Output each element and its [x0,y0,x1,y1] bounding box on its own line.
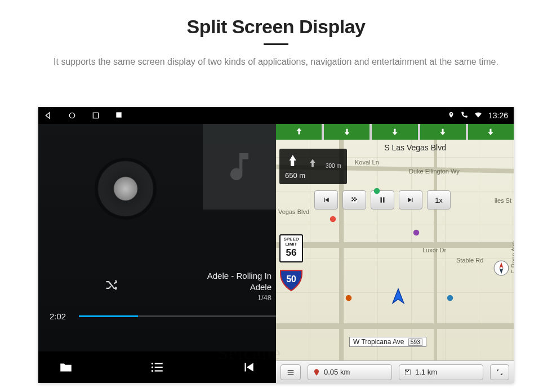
street-stable: Stable Rd [456,257,483,264]
sim-prev-button[interactable] [314,190,338,210]
progress-row: 2:02 [50,311,276,321]
playlist-icon[interactable] [149,360,166,375]
device-frame: 13:26 Adele - Rolling In Adele 1/48 2 [38,107,514,383]
folder-icon[interactable] [57,360,74,375]
address-number: 593 [408,338,422,346]
lane-2 [324,124,372,140]
svg-rect-27 [288,373,294,374]
expand-button[interactable] [490,364,509,380]
svg-rect-26 [288,372,294,372]
poi-icon[interactable] [328,214,338,224]
nav-bottom-bar: 0.05 km 1.1 km [276,360,514,383]
svg-rect-12 [353,199,354,200]
music-bottom-bar [38,351,276,383]
sim-speed-button[interactable]: 1x [427,190,451,210]
seek-bar[interactable] [79,315,276,317]
trip-dist-2[interactable]: 1.1 km [399,364,483,380]
street-giles: iles St [495,197,511,204]
svg-rect-31 [407,371,408,372]
tropicana-label: W Tropicana Ave 593 [349,337,426,347]
svg-rect-4 [155,363,163,364]
heading-rule [264,43,288,45]
svg-rect-15 [354,200,355,201]
maneuver-distance: 650 m [285,171,341,180]
svg-point-20 [330,216,336,222]
lane-3 [372,124,420,140]
small-distance: 300 m [326,163,341,169]
lane-guidance-bar [276,124,514,140]
speed-limit-sign: SPEED LIMIT 56 [279,234,303,262]
shuffle-icon[interactable] [103,277,122,293]
sim-controls: 1x [314,190,451,210]
svg-rect-11 [354,197,355,198]
street-luxor: Luxor Dr [422,247,446,253]
wifi-icon [474,111,483,121]
svg-rect-14 [351,200,353,201]
page-title: Split Screen Display [0,16,552,38]
svg-point-21 [374,188,380,194]
recents-icon[interactable] [91,111,100,120]
svg-rect-29 [405,369,406,371]
trip-dist-1[interactable]: 0.05 km [308,364,392,380]
page-subtitle: It supports the same screen display of t… [34,55,518,69]
track-title: Adele - Rolling In [207,270,271,282]
poi-icon[interactable] [411,228,421,238]
svg-rect-2 [116,112,121,117]
track-meta: Adele - Rolling In Adele 1/48 [207,270,271,303]
back-icon[interactable] [44,111,53,120]
svg-point-5 [152,366,153,368]
top-street-label: S Las Vegas Blvd [384,143,446,152]
split-container: Adele - Rolling In Adele 1/48 2:02 [38,124,514,383]
svg-point-3 [152,363,153,364]
svg-rect-16 [381,197,382,202]
home-icon[interactable] [68,111,77,120]
music-note-icon [221,149,257,185]
turn-right-small-icon [306,157,319,169]
phone-icon [460,111,468,121]
svg-point-22 [413,230,420,236]
svg-rect-13 [355,199,357,200]
svg-rect-1 [93,113,98,118]
street-koval: Koval Ln [355,159,379,166]
street-vegas: Vegas Blvd [278,208,309,215]
nav-keys [44,111,124,120]
svg-rect-30 [408,369,409,371]
sim-flag-button[interactable] [342,190,366,210]
svg-rect-8 [155,370,163,371]
poi-icon[interactable] [372,186,382,196]
status-tray: 13:26 [448,111,508,121]
poi-icon[interactable] [445,293,455,303]
maneuver-panel: 300 m 650 m [279,149,347,184]
route-shield: 50 [279,268,303,291]
svg-rect-25 [288,369,294,370]
navigation-pane: S Las Vegas Blvd Koval Ln Duke Ellington… [276,124,514,383]
turn-left-icon [285,152,302,169]
svg-rect-6 [155,367,163,368]
clock-label: 13:26 [488,111,508,120]
image-icon[interactable] [115,111,124,120]
status-bar: 13:26 [38,107,514,124]
music-placeholder [203,124,276,210]
svg-point-23 [346,295,352,301]
previous-icon[interactable] [240,360,257,375]
track-index: 1/48 [207,293,271,303]
location-icon [448,111,455,121]
album-disc [95,158,157,220]
sim-next-button[interactable] [399,190,422,210]
street-duke: Duke Ellington Wy [409,168,460,175]
lane-4 [420,124,468,140]
music-pane: Adele - Rolling In Adele 1/48 2:02 [38,124,276,383]
track-artist: Adele [207,282,271,293]
svg-rect-17 [383,197,384,202]
svg-text:50: 50 [286,274,296,284]
page-heading: Split Screen Display [0,0,552,45]
compass-icon[interactable] [493,260,509,276]
street-reno: E Reno Ave [510,241,514,274]
album-area: Adele - Rolling In Adele 1/48 2:02 [38,124,276,351]
menu-button[interactable] [281,364,301,380]
lane-1 [276,124,324,140]
elapsed-time: 2:02 [50,311,72,321]
svg-point-0 [69,113,74,118]
poi-icon[interactable] [344,293,354,303]
svg-rect-10 [351,197,353,198]
